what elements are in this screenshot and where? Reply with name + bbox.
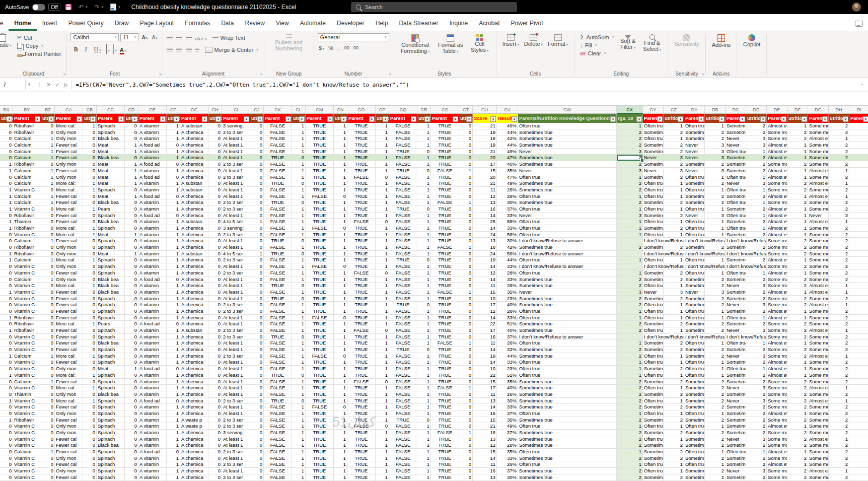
cell[interactable]: FALSE <box>389 277 417 283</box>
cell[interactable]: FALSE <box>389 289 417 296</box>
cell[interactable]: FALSE <box>264 391 292 398</box>
cell[interactable]: 1 <box>746 366 767 372</box>
cell[interactable]: TRUE <box>431 404 459 410</box>
name-box-dropdown[interactable]: ▾ <box>26 80 33 90</box>
cell[interactable]: 0 <box>250 263 264 270</box>
cell[interactable]: 0 <box>83 168 97 174</box>
cell[interactable]: 0 <box>250 391 264 398</box>
cell[interactable]: 0 <box>125 391 138 398</box>
cell[interactable]: 1 <box>292 417 306 424</box>
cell[interactable]: 0 <box>83 366 97 372</box>
cell[interactable]: 1 <box>0 289 13 296</box>
cell[interactable]: 3 <box>705 155 726 161</box>
cell[interactable]: 0 <box>125 436 138 443</box>
cell[interactable]: TRUE <box>431 461 459 468</box>
cell[interactable]: 0 <box>459 149 473 155</box>
cell[interactable]: 0 <box>125 238 138 244</box>
cell[interactable]: Sometime <box>684 283 705 289</box>
cell[interactable]: 1 <box>292 366 306 372</box>
align-left-icon[interactable] <box>167 48 173 52</box>
cell[interactable]: 28% <box>497 308 518 315</box>
cell[interactable]: 2 <box>705 135 726 142</box>
cell[interactable]: 0 <box>167 174 180 181</box>
cell[interactable]: Often true <box>643 372 664 379</box>
header-cell-CL[interactable]: utritio▾ <box>292 114 306 123</box>
cell[interactable]: 2 <box>746 404 767 410</box>
cell[interactable]: Some mo <box>808 410 829 417</box>
cell[interactable]: I don’t know/Refuse to answer <box>518 238 617 244</box>
filter-button[interactable]: ▾ <box>657 116 663 122</box>
filter-button[interactable]: ▾ <box>132 116 137 122</box>
orientation-button[interactable]: ab↗ <box>195 33 207 42</box>
cell[interactable]: 1 <box>292 289 306 296</box>
cell[interactable]: 0 <box>376 327 389 334</box>
cell[interactable]: 2 <box>746 379 767 385</box>
cell[interactable]: 37% <box>497 430 518 436</box>
cell[interactable]: Some mo <box>808 359 829 366</box>
cell[interactable]: 2 <box>829 423 849 430</box>
cell[interactable]: Sometime <box>684 193 705 200</box>
decrease-decimal-button[interactable]: 00 <box>353 45 358 50</box>
cell[interactable]: TRUE <box>347 430 376 436</box>
cell[interactable]: Some mo <box>767 302 787 308</box>
cell[interactable]: A vitamin <box>138 180 167 187</box>
cell[interactable] <box>849 423 868 430</box>
cell[interactable]: 0 <box>41 430 55 436</box>
cell[interactable]: Sometimes true <box>518 244 617 251</box>
cell[interactable]: Almost ev <box>767 149 787 155</box>
cell[interactable]: FALSE <box>389 385 417 391</box>
cell[interactable]: 15 <box>473 417 497 424</box>
cell[interactable]: 1 <box>292 327 306 334</box>
column-header-CO[interactable]: CO <box>347 106 376 114</box>
cell[interactable]: 1 <box>376 308 389 315</box>
cell[interactable]: 1 <box>334 238 347 244</box>
cell[interactable]: TRUE <box>306 180 334 187</box>
cell[interactable]: TRUE <box>389 302 417 308</box>
cell[interactable]: 2 <box>617 327 643 334</box>
cell[interactable]: 2 <box>664 270 684 277</box>
cell[interactable]: Pears <box>97 321 125 327</box>
cell[interactable]: TRUE <box>347 455 376 462</box>
cell[interactable]: 1 <box>705 270 726 277</box>
cell[interactable]: 3 <box>705 289 726 296</box>
cell[interactable]: 1 <box>376 142 389 149</box>
header-cell-BX[interactable]: utritio▾ <box>0 114 13 123</box>
cell[interactable]: Fewer cal <box>55 449 83 455</box>
cell[interactable]: Sometime <box>726 442 746 449</box>
cell[interactable]: A chemica <box>180 359 208 366</box>
cell[interactable]: 22 <box>473 372 497 379</box>
cell[interactable]: 1 <box>83 398 97 404</box>
cell[interactable]: 0 <box>250 238 264 244</box>
cell[interactable]: Vitamin C <box>13 410 41 417</box>
cell[interactable]: 13 <box>473 474 497 481</box>
cell[interactable]: 0 <box>125 296 138 302</box>
cell[interactable]: 1 <box>705 308 726 315</box>
cell[interactable]: A vitamin <box>138 334 167 340</box>
cell[interactable]: 0 <box>83 347 97 353</box>
cell[interactable]: 2 <box>829 366 849 372</box>
cell[interactable]: 0 <box>417 206 431 213</box>
cell[interactable]: 0 <box>125 372 138 379</box>
cell[interactable]: Spinach <box>97 404 125 410</box>
cell[interactable]: Some mo <box>767 277 787 283</box>
cell[interactable]: 0 <box>125 270 138 277</box>
cell[interactable]: 2 <box>664 174 684 181</box>
cell[interactable]: 1 <box>664 283 684 289</box>
cell[interactable]: 1 <box>292 270 306 277</box>
cell[interactable]: TRUE <box>431 296 459 302</box>
cell[interactable]: 1 <box>705 257 726 263</box>
cell[interactable]: 1 <box>787 232 808 238</box>
cell[interactable]: Some mo <box>767 430 787 436</box>
cell[interactable]: Sometimes true <box>518 391 617 398</box>
cell[interactable]: 0 <box>292 372 306 379</box>
cell[interactable]: 1 <box>334 372 347 379</box>
cell[interactable]: 1 <box>417 263 431 270</box>
cell[interactable]: Almost ev <box>767 142 787 149</box>
cell[interactable]: 1 <box>0 219 13 225</box>
cell[interactable]: 0 <box>208 206 222 213</box>
autosum-button[interactable]: ΣAutoSum <box>578 33 616 41</box>
cell[interactable]: 2 <box>617 180 643 187</box>
cell[interactable]: 17 <box>473 161 497 168</box>
cell[interactable]: 1 <box>376 180 389 187</box>
cell[interactable]: 2 <box>787 347 808 353</box>
